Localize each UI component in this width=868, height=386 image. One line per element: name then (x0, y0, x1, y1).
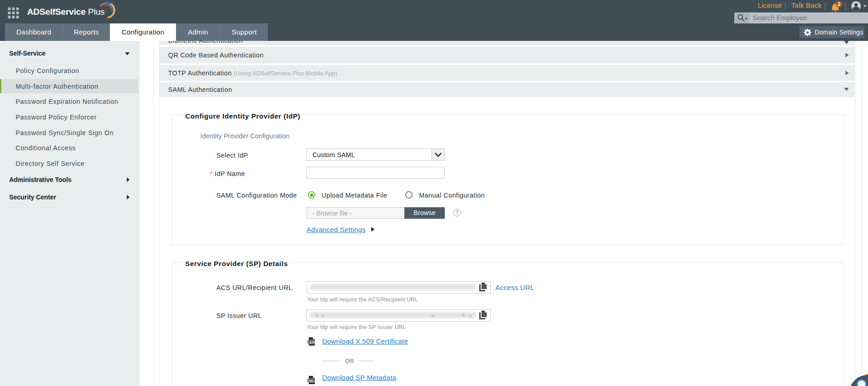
svg-text:CER: CER (308, 341, 314, 344)
svg-text:XML: XML (308, 379, 314, 382)
svg-text:2: 2 (838, 1, 840, 7)
